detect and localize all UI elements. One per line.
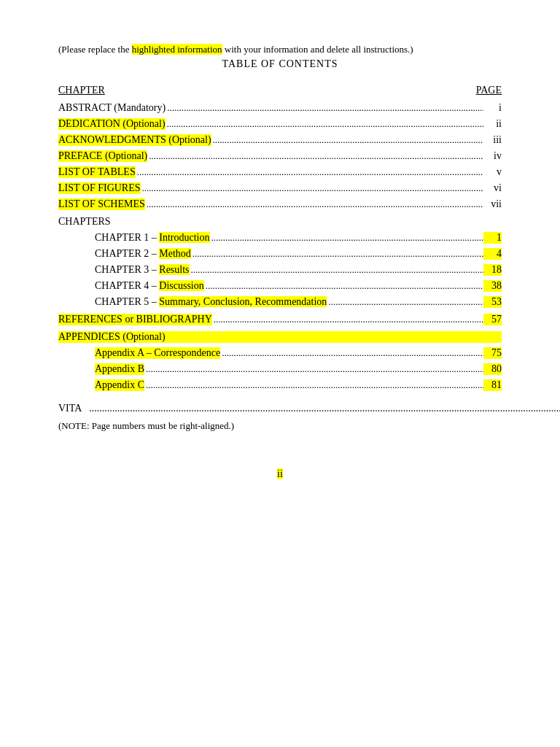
list-schemes-label: LIST OF SCHEMES	[58, 198, 145, 210]
acknowledgments-label: ACKNOWLEDGMENTS (Optional)	[58, 134, 211, 146]
toc-chapter-5: CHAPTER 5 – Summary, Conclusion, Recomme…	[58, 296, 502, 308]
preface-label: PREFACE (Optional)	[58, 150, 147, 162]
chapters-section: CHAPTERS CHAPTER 1 – Introduction ......…	[58, 216, 502, 308]
abstract-label: ABSTRACT (Mandatory)	[58, 102, 166, 114]
ch4-title: Discussion	[159, 280, 203, 291]
list-figures-page: vi	[483, 182, 502, 194]
ch5-page: 53	[483, 296, 502, 308]
toc-vita: VITA ...................................…	[58, 403, 502, 414]
toc-header-row: CHAPTER PAGE	[58, 85, 502, 96]
page-title: TABLE OF CONTENTS	[58, 58, 502, 70]
app-c-label: Appendix C	[95, 379, 144, 391]
app-b-dots: ........................................…	[144, 363, 483, 375]
ch3-page: 18	[483, 264, 502, 276]
ch4-page: 38	[483, 280, 502, 292]
instruction-after: with your information and delete all ins…	[222, 44, 413, 55]
toc-dedication: DEDICATION (Optional) ..................…	[58, 118, 502, 130]
toc-preface: PREFACE (Optional) .....................…	[58, 150, 502, 162]
toc-chapter-3: CHAPTER 3 – Results ....................…	[58, 264, 502, 276]
ch1-page: 1	[483, 232, 502, 244]
chapters-label: CHAPTERS	[58, 216, 502, 228]
page-header: PAGE	[476, 85, 502, 96]
preface-dots: ........................................…	[147, 150, 483, 162]
footer-page-number: ii	[277, 468, 283, 479]
toc-abstract: ABSTRACT (Mandatory) ...................…	[58, 102, 502, 114]
appendices-section: APPENDICES (Optional) Appendix A – Corre…	[58, 331, 502, 391]
abstract-dots: ........................................…	[166, 102, 483, 114]
list-tables-dots: ........................................…	[136, 166, 483, 178]
references-dots: ........................................…	[212, 314, 483, 325]
app-c-dots: ........................................…	[144, 379, 483, 391]
toc-acknowledgments: ACKNOWLEDGMENTS (Optional) .............…	[58, 134, 502, 146]
ch2-dots: ........................................…	[191, 248, 483, 260]
ch3-label: CHAPTER 3 – Results	[95, 264, 190, 276]
ch2-label: CHAPTER 2 – Method	[95, 248, 191, 260]
toc-list-tables: LIST OF TABLES .........................…	[58, 166, 502, 178]
list-tables-label: LIST OF TABLES	[58, 166, 136, 178]
list-schemes-page: vii	[483, 198, 502, 210]
list-schemes-dots: ........................................…	[145, 198, 483, 210]
ch5-label: CHAPTER 5 – Summary, Conclusion, Recomme…	[95, 296, 327, 308]
toc-references: REFERENCES or BIBLIOGRAPHY .............…	[58, 314, 502, 325]
preface-page: iv	[483, 150, 502, 162]
ch3-title: Results	[159, 264, 189, 275]
instruction-before: (Please replace the	[58, 44, 132, 55]
acknowledgments-page: iii	[483, 134, 502, 146]
ch4-dots: ........................................…	[204, 280, 483, 292]
chapter-header: CHAPTER	[58, 85, 105, 96]
app-c-page: 81	[483, 379, 502, 391]
ch1-label: CHAPTER 1 – Introduction	[95, 232, 210, 244]
instruction-highlight: highlighted information	[132, 44, 222, 55]
instruction-line: (Please replace the highlighted informat…	[58, 44, 502, 55]
dedication-dots: ........................................…	[166, 118, 483, 130]
toc-chapter-4: CHAPTER 4 – Discussion .................…	[58, 280, 502, 292]
ch1-title: Introduction	[159, 232, 209, 243]
references-page: 57	[483, 314, 502, 325]
vita-dots: ........................................…	[89, 403, 560, 414]
note-line: (NOTE: Page numbers must be right-aligne…	[58, 420, 502, 432]
list-tables-page: v	[483, 166, 502, 178]
app-a-label: Appendix A – Correspondence	[95, 347, 220, 359]
appendices-label: APPENDICES (Optional)	[58, 331, 502, 343]
toc-appendix-b: Appendix B .............................…	[58, 363, 502, 375]
abstract-page: i	[483, 102, 502, 114]
dedication-page: ii	[483, 118, 502, 130]
references-label: REFERENCES or BIBLIOGRAPHY	[58, 314, 212, 325]
toc-list-figures: LIST OF FIGURES ........................…	[58, 182, 502, 194]
toc-chapter-2: CHAPTER 2 – Method .....................…	[58, 248, 502, 260]
list-figures-dots: ........................................…	[141, 182, 483, 194]
app-b-page: 80	[483, 363, 502, 375]
ch4-label: CHAPTER 4 – Discussion	[95, 280, 204, 292]
toc-chapter-1: CHAPTER 1 – Introduction ...............…	[58, 232, 502, 244]
toc-appendix-a: Appendix A – Correspondence ............…	[58, 347, 502, 359]
ch3-dots: ........................................…	[190, 264, 483, 276]
ch2-page: 4	[483, 248, 502, 260]
toc-appendix-c: Appendix C .............................…	[58, 379, 502, 391]
app-b-label: Appendix B	[95, 363, 144, 375]
acknowledgments-dots: ........................................…	[211, 134, 483, 146]
app-a-dots: ........................................…	[220, 347, 483, 359]
toc-entries: ABSTRACT (Mandatory) ...................…	[58, 102, 502, 210]
dedication-label: DEDICATION (Optional)	[58, 118, 166, 130]
footer-area: ii	[58, 468, 502, 480]
ch5-dots: ........................................…	[327, 296, 483, 308]
list-figures-label: LIST OF FIGURES	[58, 182, 141, 194]
ch2-title: Method	[159, 248, 191, 259]
vita-label: VITA	[58, 403, 82, 414]
ch1-dots: ........................................…	[210, 232, 483, 244]
ch5-title: Summary, Conclusion, Recommendation	[159, 296, 327, 307]
toc-list-schemes: LIST OF SCHEMES ........................…	[58, 198, 502, 210]
app-a-page: 75	[483, 347, 502, 359]
